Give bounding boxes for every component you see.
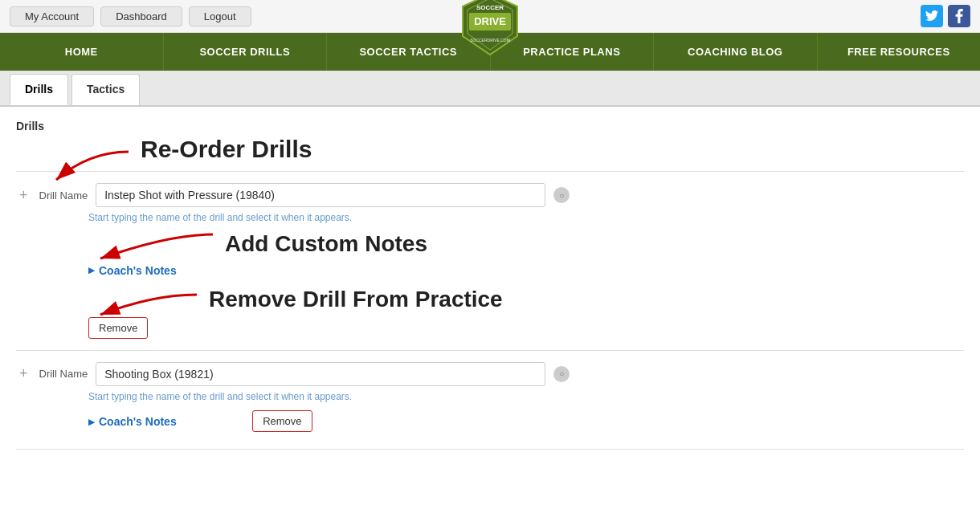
svg-text:SOCCER: SOCCER [476,4,504,11]
remove-annotation-title: Remove Drill From Practice [209,287,964,312]
drill-name-label-2: Drill Name [39,368,88,380]
tabs-bar: Drills Tactics [0,71,980,107]
custom-notes-arrow-svg [80,228,241,268]
drills-section-label: Drills [16,120,964,132]
drill-2-input-row: + Drill Name ○ [16,362,964,386]
remove-arrow-svg [80,287,225,323]
drag-handle-2[interactable]: + [16,365,31,382]
nav-home[interactable]: HOME [0,33,164,71]
social-icons [921,5,970,27]
nav-free-resources[interactable]: FREE RESOURCES [818,33,981,71]
drill-name-input-2[interactable] [96,362,545,386]
facebook-icon[interactable] [948,5,970,27]
tab-tactics[interactable]: Tactics [71,74,140,105]
coaches-notes-link-2[interactable]: Coach's Notes [88,415,177,428]
drill-hint-2: Start typing the name of the drill and s… [88,391,964,402]
main-content: Drills Re-Order Drills + Drill Name ○ St… [0,107,980,462]
tab-drills[interactable]: Drills [10,74,68,105]
nav-soccer-drills[interactable]: SOCCER DRILLS [164,33,328,71]
reorder-annotation-title: Re-Order Drills [141,136,312,163]
drill-name-input-1[interactable] [96,183,545,207]
custom-notes-annotation-title: Add Custom Notes [225,231,964,257]
drag-handle-1[interactable]: + [16,187,31,204]
nav-coaching-blog[interactable]: COACHING BLOG [654,33,818,71]
drill-row-2: + Drill Name ○ Start typing the name of … [16,350,964,450]
svg-text:SOCCERDRIVE.COM: SOCCERDRIVE.COM [470,38,510,43]
twitter-icon[interactable] [921,5,943,27]
drill-clear-1[interactable]: ○ [553,187,570,203]
drill-1-input-row: + Drill Name ○ [16,183,964,207]
top-bar: My Account Dashboard Logout SOCCER DRIVE… [0,0,980,33]
remove-button-2[interactable]: Remove [252,410,312,432]
logo[interactable]: SOCCER DRIVE SOCCERDRIVE.COM [461,0,519,59]
drill-row-1: + Drill Name ○ Start typing the name of … [16,171,964,350]
reorder-arrow-svg [40,144,153,192]
dashboard-button[interactable]: Dashboard [100,6,182,26]
my-account-button[interactable]: My Account [10,6,94,26]
svg-text:DRIVE: DRIVE [474,15,506,27]
drill-clear-2[interactable]: ○ [553,366,570,382]
logout-button[interactable]: Logout [189,6,251,26]
top-bar-buttons: My Account Dashboard Logout [10,6,251,26]
drill-hint-1: Start typing the name of the drill and s… [88,212,964,223]
